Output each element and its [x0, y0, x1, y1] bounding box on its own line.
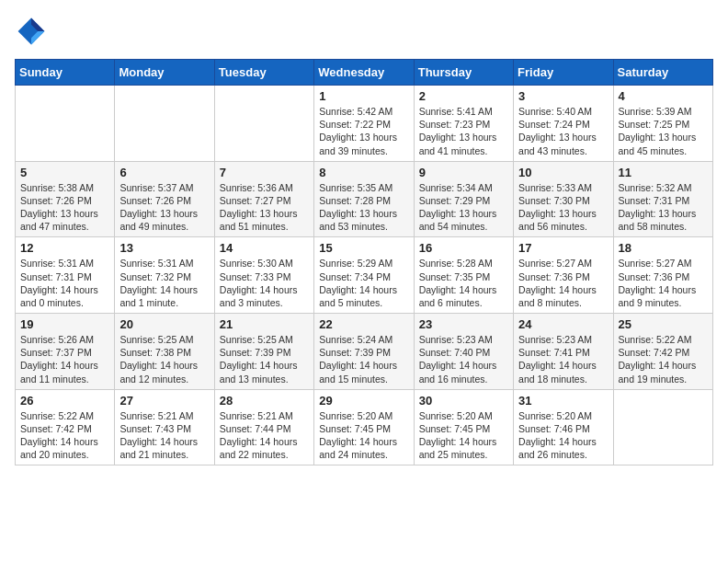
weekday-header-saturday: Saturday: [613, 60, 712, 86]
day-info: Sunrise: 5:23 AM Sunset: 7:40 PM Dayligh…: [419, 333, 508, 385]
weekday-header-tuesday: Tuesday: [214, 60, 313, 86]
calendar-cell: 8Sunrise: 5:35 AM Sunset: 7:28 PM Daylig…: [314, 161, 414, 237]
calendar-cell: 28Sunrise: 5:21 AM Sunset: 7:44 PM Dayli…: [214, 389, 313, 465]
day-number: 29: [319, 394, 408, 408]
calendar-cell: 7Sunrise: 5:36 AM Sunset: 7:27 PM Daylig…: [214, 161, 313, 237]
calendar-cell: 26Sunrise: 5:22 AM Sunset: 7:42 PM Dayli…: [16, 389, 115, 465]
day-info: Sunrise: 5:20 AM Sunset: 7:45 PM Dayligh…: [319, 409, 408, 462]
day-number: 13: [119, 241, 209, 255]
day-info: Sunrise: 5:22 AM Sunset: 7:42 PM Dayligh…: [619, 333, 708, 385]
day-number: 2: [419, 89, 508, 103]
calendar-cell: 24Sunrise: 5:23 AM Sunset: 7:41 PM Dayli…: [514, 314, 613, 390]
day-number: 25: [619, 317, 708, 331]
calendar-cell: 21Sunrise: 5:25 AM Sunset: 7:39 PM Dayli…: [214, 314, 313, 390]
calendar-cell: 2Sunrise: 5:41 AM Sunset: 7:23 PM Daylig…: [414, 86, 513, 162]
day-info: Sunrise: 5:30 AM Sunset: 7:33 PM Dayligh…: [220, 257, 309, 309]
calendar-cell: 16Sunrise: 5:28 AM Sunset: 7:35 PM Dayli…: [414, 237, 513, 314]
day-info: Sunrise: 5:20 AM Sunset: 7:46 PM Dayligh…: [518, 409, 608, 462]
day-info: Sunrise: 5:31 AM Sunset: 7:32 PM Dayligh…: [119, 257, 209, 309]
day-number: 30: [419, 394, 508, 408]
calendar-table: SundayMondayTuesdayWednesdayThursdayFrid…: [15, 59, 713, 465]
day-number: 27: [119, 394, 209, 408]
day-info: Sunrise: 5:29 AM Sunset: 7:34 PM Dayligh…: [319, 257, 408, 309]
day-info: Sunrise: 5:32 AM Sunset: 7:31 PM Dayligh…: [619, 181, 708, 234]
day-info: Sunrise: 5:25 AM Sunset: 7:38 PM Dayligh…: [119, 333, 209, 385]
day-info: Sunrise: 5:36 AM Sunset: 7:27 PM Dayligh…: [220, 181, 309, 234]
day-number: 5: [20, 166, 109, 179]
day-info: Sunrise: 5:40 AM Sunset: 7:24 PM Dayligh…: [518, 105, 608, 157]
day-info: Sunrise: 5:34 AM Sunset: 7:29 PM Dayligh…: [419, 181, 508, 234]
calendar-week: 19Sunrise: 5:26 AM Sunset: 7:37 PM Dayli…: [16, 314, 713, 390]
day-number: 10: [518, 166, 608, 179]
weekday-header-sunday: Sunday: [16, 60, 115, 86]
day-info: Sunrise: 5:39 AM Sunset: 7:25 PM Dayligh…: [619, 105, 708, 157]
day-number: 31: [518, 394, 608, 408]
day-number: 1: [319, 89, 408, 103]
calendar-body: 1Sunrise: 5:42 AM Sunset: 7:22 PM Daylig…: [16, 86, 713, 465]
day-info: Sunrise: 5:31 AM Sunset: 7:31 PM Dayligh…: [20, 257, 109, 309]
day-number: 22: [319, 317, 408, 331]
day-number: 28: [220, 394, 309, 408]
weekday-header-friday: Friday: [514, 60, 613, 86]
calendar-cell: [214, 86, 313, 162]
day-number: 17: [518, 241, 608, 255]
day-info: Sunrise: 5:26 AM Sunset: 7:37 PM Dayligh…: [20, 333, 109, 385]
calendar-cell: 13Sunrise: 5:31 AM Sunset: 7:32 PM Dayli…: [115, 237, 214, 314]
calendar-cell: 18Sunrise: 5:27 AM Sunset: 7:36 PM Dayli…: [613, 237, 712, 314]
calendar-week: 12Sunrise: 5:31 AM Sunset: 7:31 PM Dayli…: [16, 237, 713, 314]
weekday-header-monday: Monday: [115, 60, 214, 86]
day-number: 11: [619, 166, 708, 179]
day-info: Sunrise: 5:21 AM Sunset: 7:44 PM Dayligh…: [220, 409, 309, 462]
day-number: 23: [419, 317, 508, 331]
day-info: Sunrise: 5:35 AM Sunset: 7:28 PM Dayligh…: [319, 181, 408, 234]
day-info: Sunrise: 5:21 AM Sunset: 7:43 PM Dayligh…: [119, 409, 209, 462]
day-info: Sunrise: 5:27 AM Sunset: 7:36 PM Dayligh…: [619, 257, 708, 309]
calendar-week: 26Sunrise: 5:22 AM Sunset: 7:42 PM Dayli…: [16, 389, 713, 465]
calendar-cell: 20Sunrise: 5:25 AM Sunset: 7:38 PM Dayli…: [115, 314, 214, 390]
calendar-week: 1Sunrise: 5:42 AM Sunset: 7:22 PM Daylig…: [16, 86, 713, 162]
day-number: 14: [220, 241, 309, 255]
day-number: 20: [119, 317, 209, 331]
calendar-cell: 1Sunrise: 5:42 AM Sunset: 7:22 PM Daylig…: [314, 86, 414, 162]
calendar-cell: 23Sunrise: 5:23 AM Sunset: 7:40 PM Dayli…: [414, 314, 513, 390]
calendar-cell: 29Sunrise: 5:20 AM Sunset: 7:45 PM Dayli…: [314, 389, 414, 465]
calendar-cell: 27Sunrise: 5:21 AM Sunset: 7:43 PM Dayli…: [115, 389, 214, 465]
day-info: Sunrise: 5:38 AM Sunset: 7:26 PM Dayligh…: [20, 181, 109, 234]
day-number: 19: [20, 317, 109, 331]
day-info: Sunrise: 5:42 AM Sunset: 7:22 PM Dayligh…: [319, 105, 408, 157]
day-info: Sunrise: 5:27 AM Sunset: 7:36 PM Dayligh…: [518, 257, 608, 309]
day-number: 16: [419, 241, 508, 255]
weekday-header-wednesday: Wednesday: [314, 60, 414, 86]
day-number: 24: [518, 317, 608, 331]
calendar-cell: [16, 86, 115, 162]
day-info: Sunrise: 5:20 AM Sunset: 7:45 PM Dayligh…: [419, 409, 508, 462]
logo: [15, 15, 51, 48]
day-info: Sunrise: 5:22 AM Sunset: 7:42 PM Dayligh…: [20, 409, 109, 462]
calendar-cell: 9Sunrise: 5:34 AM Sunset: 7:29 PM Daylig…: [414, 161, 513, 237]
day-number: 3: [518, 89, 608, 103]
calendar-cell: 14Sunrise: 5:30 AM Sunset: 7:33 PM Dayli…: [214, 237, 313, 314]
weekday-header-thursday: Thursday: [414, 60, 513, 86]
calendar-cell: 30Sunrise: 5:20 AM Sunset: 7:45 PM Dayli…: [414, 389, 513, 465]
day-number: 9: [419, 166, 508, 179]
calendar-cell: 17Sunrise: 5:27 AM Sunset: 7:36 PM Dayli…: [514, 237, 613, 314]
calendar-cell: 5Sunrise: 5:38 AM Sunset: 7:26 PM Daylig…: [16, 161, 115, 237]
day-info: Sunrise: 5:25 AM Sunset: 7:39 PM Dayligh…: [220, 333, 309, 385]
calendar-header: SundayMondayTuesdayWednesdayThursdayFrid…: [16, 60, 713, 86]
calendar-cell: 31Sunrise: 5:20 AM Sunset: 7:46 PM Dayli…: [514, 389, 613, 465]
calendar-cell: [613, 389, 712, 465]
calendar-cell: [115, 86, 214, 162]
calendar-week: 5Sunrise: 5:38 AM Sunset: 7:26 PM Daylig…: [16, 161, 713, 237]
calendar-cell: 4Sunrise: 5:39 AM Sunset: 7:25 PM Daylig…: [613, 86, 712, 162]
day-number: 6: [119, 166, 209, 179]
weekday-row: SundayMondayTuesdayWednesdayThursdayFrid…: [16, 60, 713, 86]
calendar-cell: 6Sunrise: 5:37 AM Sunset: 7:26 PM Daylig…: [115, 161, 214, 237]
day-info: Sunrise: 5:24 AM Sunset: 7:39 PM Dayligh…: [319, 333, 408, 385]
day-number: 15: [319, 241, 408, 255]
day-info: Sunrise: 5:33 AM Sunset: 7:30 PM Dayligh…: [518, 181, 608, 234]
calendar-cell: 3Sunrise: 5:40 AM Sunset: 7:24 PM Daylig…: [514, 86, 613, 162]
day-number: 21: [220, 317, 309, 331]
calendar-cell: 22Sunrise: 5:24 AM Sunset: 7:39 PM Dayli…: [314, 314, 414, 390]
day-info: Sunrise: 5:41 AM Sunset: 7:23 PM Dayligh…: [419, 105, 508, 157]
page-header: [15, 15, 713, 48]
